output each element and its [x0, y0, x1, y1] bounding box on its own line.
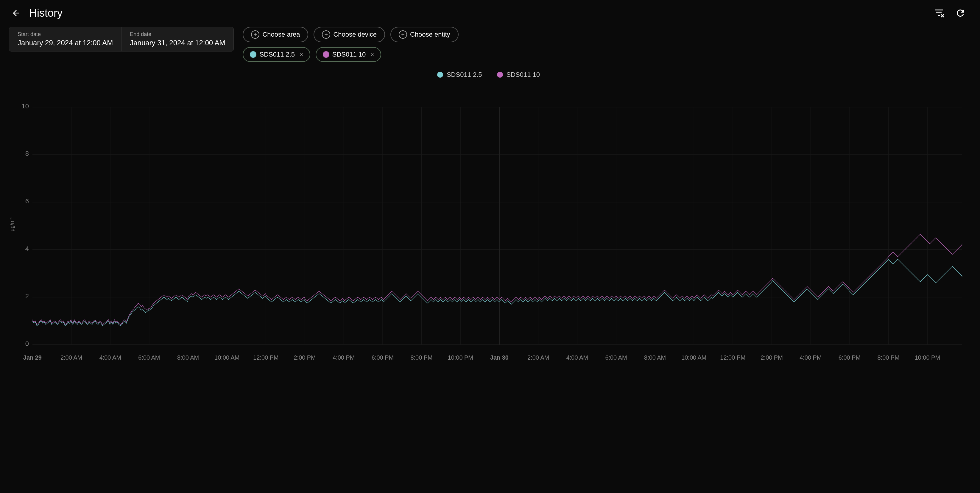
- svg-text:Jan 30: Jan 30: [490, 354, 509, 361]
- svg-text:10: 10: [21, 102, 29, 110]
- refresh-icon: [955, 8, 966, 19]
- choose-device-label: Choose device: [333, 31, 377, 38]
- start-date-picker[interactable]: Start date January 29, 2024 at 12:00 AM: [9, 27, 121, 51]
- plus-icon-2: +: [322, 30, 330, 39]
- filter-x-icon: [934, 8, 944, 19]
- svg-text:4:00 AM: 4:00 AM: [566, 354, 588, 361]
- svg-text:Jan 29: Jan 29: [23, 354, 42, 361]
- svg-text:4:00 AM: 4:00 AM: [99, 354, 121, 361]
- svg-text:4:00 PM: 4:00 PM: [800, 354, 822, 361]
- svg-text:4:00 PM: 4:00 PM: [332, 354, 355, 361]
- tag-label-1: SDS011 2.5: [259, 51, 295, 58]
- svg-text:10:00 AM: 10:00 AM: [215, 354, 239, 361]
- svg-text:10:00 PM: 10:00 PM: [915, 354, 940, 361]
- svg-text:2:00 PM: 2:00 PM: [761, 354, 783, 361]
- svg-text:2:00 AM: 2:00 AM: [60, 354, 82, 361]
- refresh-button[interactable]: [953, 5, 968, 21]
- svg-text:2: 2: [25, 293, 29, 300]
- choose-entity-button[interactable]: + Choose entity: [390, 27, 458, 42]
- tag-dot-1: [250, 51, 256, 58]
- svg-text:2:00 AM: 2:00 AM: [527, 354, 549, 361]
- svg-text:12:00 PM: 12:00 PM: [253, 354, 278, 361]
- choose-buttons-row: + Choose area + Choose device + Choose e…: [243, 27, 458, 42]
- legend-label-2: SDS011 10: [506, 71, 540, 79]
- svg-text:12:00 PM: 12:00 PM: [720, 354, 745, 361]
- end-date-value: January 31, 2024 at 12:00 AM: [130, 39, 225, 47]
- tags-row: SDS011 2.5 × SDS011 10 ×: [243, 47, 458, 62]
- svg-text:8: 8: [25, 150, 29, 157]
- header-actions: [931, 5, 968, 21]
- plus-icon: +: [251, 30, 259, 39]
- tag-dot-2: [323, 51, 329, 58]
- controls-area: Start date January 29, 2024 at 12:00 AM …: [0, 21, 980, 62]
- chart-wrapper: μg/m³ 0 2 4 6 8 10 Ja: [9, 83, 968, 366]
- svg-text:8:00 AM: 8:00 AM: [644, 354, 666, 361]
- svg-text:8:00 PM: 8:00 PM: [878, 354, 900, 361]
- svg-text:6:00 PM: 6:00 PM: [372, 354, 394, 361]
- back-icon: [11, 8, 21, 18]
- start-date-value: January 29, 2024 at 12:00 AM: [18, 39, 113, 47]
- legend-item-1: SDS011 2.5: [437, 71, 482, 79]
- start-date-label: Start date: [18, 31, 113, 38]
- chart-legend: SDS011 2.5 SDS011 10: [9, 71, 968, 79]
- tag-sds011-10: SDS011 10 ×: [316, 47, 381, 62]
- svg-text:6: 6: [25, 197, 29, 205]
- tag-label-2: SDS011 10: [332, 51, 366, 58]
- legend-dot-1: [437, 72, 443, 78]
- choose-entity-label: Choose entity: [410, 31, 450, 38]
- end-date-picker[interactable]: End date January 31, 2024 at 12:00 AM: [121, 27, 234, 51]
- choose-area-label: Choose area: [262, 31, 300, 38]
- end-date-label: End date: [130, 31, 225, 38]
- svg-text:6:00 AM: 6:00 AM: [605, 354, 627, 361]
- legend-label-1: SDS011 2.5: [447, 71, 482, 79]
- svg-text:8:00 AM: 8:00 AM: [177, 354, 199, 361]
- svg-text:6:00 AM: 6:00 AM: [138, 354, 160, 361]
- back-button[interactable]: [9, 6, 23, 20]
- svg-text:6:00 PM: 6:00 PM: [838, 354, 861, 361]
- legend-dot-2: [497, 72, 503, 78]
- filter-buttons: + Choose area + Choose device + Choose e…: [243, 27, 458, 62]
- chart-svg: 0 2 4 6 8 10 Jan 29 2:00 AM 4:00 AM 6:00…: [18, 83, 968, 366]
- plus-icon-3: +: [399, 30, 407, 39]
- chart-container: SDS011 2.5 SDS011 10 μg/m³ 0 2 4: [9, 71, 968, 366]
- legend-item-2: SDS011 10: [497, 71, 540, 79]
- y-axis-label: μg/m³: [9, 218, 15, 231]
- svg-text:10:00 PM: 10:00 PM: [448, 354, 473, 361]
- svg-text:8:00 PM: 8:00 PM: [410, 354, 433, 361]
- chart-inner: 0 2 4 6 8 10 Jan 29 2:00 AM 4:00 AM 6:00…: [18, 83, 968, 366]
- tag-close-2[interactable]: ×: [371, 51, 374, 57]
- choose-area-button[interactable]: + Choose area: [243, 27, 308, 42]
- choose-device-button[interactable]: + Choose device: [313, 27, 385, 42]
- filter-clear-button[interactable]: [931, 5, 947, 21]
- svg-text:4: 4: [25, 245, 29, 253]
- svg-text:10:00 AM: 10:00 AM: [681, 354, 706, 361]
- svg-text:0: 0: [25, 340, 29, 347]
- header: History: [0, 0, 980, 21]
- tag-sds011-2-5: SDS011 2.5 ×: [243, 47, 310, 62]
- header-left: History: [9, 6, 62, 20]
- series-sds011-10: [32, 234, 962, 324]
- date-picker-group: Start date January 29, 2024 at 12:00 AM …: [9, 27, 234, 51]
- svg-text:2:00 PM: 2:00 PM: [294, 354, 316, 361]
- page-title: History: [29, 7, 62, 19]
- tag-close-1[interactable]: ×: [299, 51, 303, 57]
